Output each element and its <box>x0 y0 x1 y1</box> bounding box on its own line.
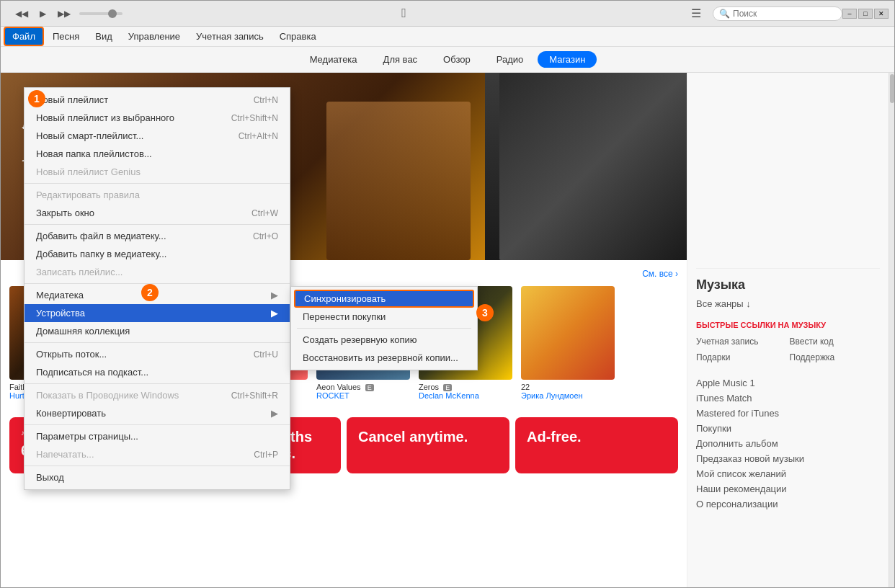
rewind-button[interactable]: ◀◀ <box>12 7 31 20</box>
sidebar-link-itunematch[interactable]: iTunes Match <box>696 391 880 406</box>
step-badge-1: 1 <box>28 90 45 107</box>
window-controls: – □ ✕ <box>842 9 889 19</box>
submenu-sync[interactable]: Синхронизировать <box>294 290 474 308</box>
minimize-button[interactable]: – <box>842 9 857 19</box>
apple-logo:  <box>401 6 406 21</box>
menu-home-collection[interactable]: Домашняя коллекция <box>25 322 290 340</box>
sidebar-link-purchases[interactable]: Покупки <box>696 421 880 436</box>
forward-button[interactable]: ▶▶ <box>55 7 74 20</box>
separator-5 <box>25 383 290 384</box>
quick-link-account[interactable]: Учетная запись <box>696 335 787 348</box>
tab-browse[interactable]: Обзор <box>432 51 482 68</box>
menu-edit-rules: Редактировать правила <box>25 186 290 204</box>
sidebar-link-addalbum[interactable]: Дополнить альбом <box>696 436 880 451</box>
list-icon[interactable]: ☰ <box>685 5 707 22</box>
quick-link-code[interactable]: Ввести код <box>790 335 881 348</box>
sidebar-link-wishlist[interactable]: Мой список желаний <box>696 466 880 481</box>
separator-4 <box>25 342 290 343</box>
promo-text-4: Ad-free. <box>527 429 667 445</box>
scroll-thumb[interactable] <box>890 74 894 103</box>
menu-close-window[interactable]: Закрыть окно Ctrl+W <box>25 204 290 222</box>
menubar: Файл Песня Вид Управление Учетная запись… <box>1 27 894 47</box>
album-artist[interactable]: Эрика Лундмоен <box>521 391 615 400</box>
tab-radio[interactable]: Радио <box>485 51 535 68</box>
sidebar-link-preorder[interactable]: Предзаказ новой музыки <box>696 451 880 466</box>
sidebar-link-recs[interactable]: Наши рекомендации <box>696 481 880 496</box>
quick-links-grid: Учетная запись Ввести код Подарки Поддер… <box>696 335 880 364</box>
sidebar-link-mastered[interactable]: Mastered for iTunes <box>696 406 880 421</box>
step-badge-3: 3 <box>476 304 494 321</box>
menu-genius-playlist: Новый плейлист Genius <box>25 163 290 181</box>
menu-add-folder[interactable]: Добавить папку в медиатеку... <box>25 245 290 263</box>
step-badge-2: 2 <box>141 284 159 301</box>
separator-3 <box>25 283 290 284</box>
album-item[interactable]: 22 Эрика Лундмоен <box>521 286 615 400</box>
sidebar-link-applemusic1[interactable]: Apple Music 1 <box>696 375 880 391</box>
menu-new-playlist[interactable]: Новый плейлист Ctrl+N <box>25 91 290 109</box>
submenu-separator <box>297 328 471 329</box>
menu-open-stream[interactable]: Открыть поток... Ctrl+U <box>25 345 290 363</box>
quick-link-support[interactable]: Поддержка <box>790 351 881 364</box>
maximize-button[interactable]: □ <box>858 9 873 19</box>
close-button[interactable]: ✕ <box>874 9 889 19</box>
menu-devices[interactable]: Устройства ▶ <box>25 304 290 322</box>
menu-show-explorer: Показать в Проводнике Windows Ctrl+Shift… <box>25 386 290 404</box>
album-title: 22 <box>521 383 615 391</box>
menu-exit[interactable]: Выход <box>25 468 290 486</box>
quick-link-gifts[interactable]: Подарки <box>696 351 787 364</box>
separator-2 <box>25 224 290 225</box>
explicit-badge: E <box>365 384 374 391</box>
menu-song[interactable]: Песня <box>45 28 86 45</box>
music-section-title[interactable]: Музыка <box>696 277 880 293</box>
menu-help[interactable]: Справка <box>272 28 324 45</box>
album-title: Zeros E <box>419 383 512 391</box>
explicit-badge: E <box>443 384 452 391</box>
genre-selector[interactable]: Все жанры ↓ <box>696 298 880 309</box>
submenu-backup[interactable]: Создать резервную копию <box>291 331 477 349</box>
play-button[interactable]: ▶ <box>37 7 49 20</box>
see-all-link[interactable]: См. все › <box>642 269 678 279</box>
album-artist[interactable]: Declan McKenna <box>419 391 512 400</box>
menu-page-setup[interactable]: Параметры страницы... <box>25 427 290 445</box>
tab-foryou[interactable]: Для вас <box>372 51 429 68</box>
titlebar: ◀◀ ▶ ▶▶  ☰ 🔍 – □ ✕ <box>1 1 894 27</box>
devices-submenu: Синхронизировать Перенести покупки Созда… <box>290 286 478 370</box>
separator-6 <box>25 424 290 425</box>
promo-text-3: Cancel anytime. <box>358 429 498 445</box>
album-cover <box>521 286 615 380</box>
content-area: Медиатека Для вас Обзор Радио Магазин NK… <box>1 47 894 587</box>
album-artist[interactable]: ROCKET <box>316 391 410 400</box>
search-box[interactable]: 🔍 <box>713 6 842 21</box>
separator-7 <box>25 466 290 466</box>
menu-new-folder[interactable]: Новая папка плейлистов... <box>25 145 290 163</box>
volume-slider[interactable] <box>79 12 123 15</box>
album-title: Aeon Values E <box>316 383 410 391</box>
menu-file[interactable]: Файл <box>4 27 44 46</box>
menu-convert[interactable]: Конвертировать ▶ <box>25 404 290 422</box>
sidebar-link-personalize[interactable]: О персонализации <box>696 496 880 512</box>
menu-view[interactable]: Вид <box>88 28 120 45</box>
menu-new-playlist-from-selection[interactable]: Новый плейлист из выбранного Ctrl+Shift+… <box>25 109 290 127</box>
menu-manage[interactable]: Управление <box>121 28 187 45</box>
menu-new-smart-playlist[interactable]: Новый смарт-плейлист... Ctrl+Alt+N <box>25 127 290 145</box>
menu-add-file[interactable]: Добавить файл в медиатеку... Ctrl+O <box>25 227 290 245</box>
submenu-transfer-purchases[interactable]: Перенести покупки <box>291 308 477 326</box>
menu-print: Напечатать... Ctrl+P <box>25 445 290 463</box>
promo-card-3[interactable]: Cancel anytime. <box>347 417 509 473</box>
separator-1 <box>25 183 290 184</box>
menu-subscribe-podcast[interactable]: Подписаться на подкаст... <box>25 363 290 381</box>
quick-links-title: БЫСТРЫЕ ССЫЛКИ НА МУЗЫКУ <box>696 321 880 329</box>
store-sidebar: Музыка Все жанры ↓ БЫСТРЫЕ ССЫЛКИ НА МУЗ… <box>687 73 889 587</box>
promo-card-4[interactable]: Ad-free. <box>515 417 678 473</box>
search-icon: 🔍 <box>719 9 730 19</box>
search-input[interactable] <box>733 9 834 19</box>
menu-account[interactable]: Учетная запись <box>189 28 271 45</box>
menu-burn-playlist: Записать плейлис... <box>25 263 290 281</box>
tab-store[interactable]: Магазин <box>538 51 597 68</box>
hero-right <box>485 73 687 260</box>
submenu-restore[interactable]: Восстановить из резервной копии... <box>291 349 477 367</box>
scrollbar[interactable] <box>889 73 894 587</box>
tab-library[interactable]: Медиатека <box>298 51 369 68</box>
nav-tabs: Медиатека Для вас Обзор Радио Магазин <box>1 47 894 73</box>
